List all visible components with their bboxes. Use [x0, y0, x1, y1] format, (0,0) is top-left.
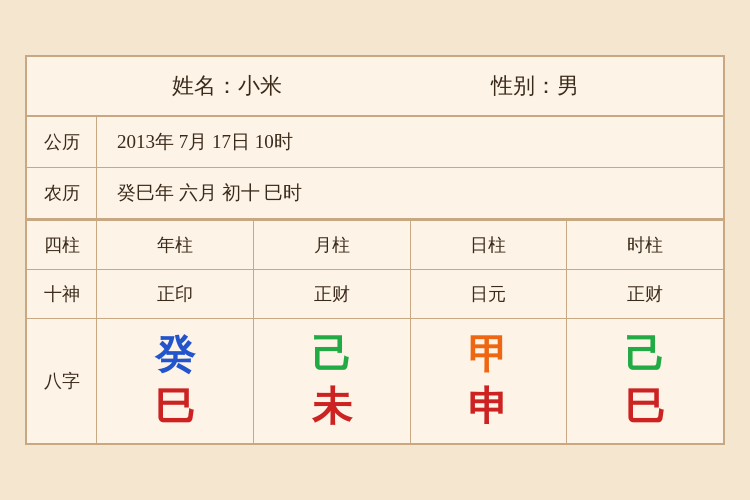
shishen-row: 十神 正印 正财 日元 正财	[27, 270, 723, 319]
bazi-chars: 癸 巳	[155, 331, 195, 431]
shishen-shizhu: 正财	[567, 270, 723, 318]
bazi-label: 八字	[27, 319, 97, 443]
nong-li-label: 农历	[27, 168, 97, 218]
bazi-yuezhu: 己 未	[254, 319, 411, 443]
nong-li-value: 癸巳年 六月 初十 巳时	[97, 168, 723, 218]
bazi-chars: 己 未	[312, 331, 352, 431]
bazi-bottom-char: 未	[312, 383, 352, 431]
bazi-top-char: 己	[625, 331, 665, 379]
bazi-rizhu: 甲 申	[411, 319, 568, 443]
bazi-top-char: 己	[312, 331, 352, 379]
gender-label: 性别：男	[491, 71, 579, 101]
bazi-bottom-char: 巳	[155, 383, 195, 431]
shizhu-label: 时柱	[567, 221, 723, 269]
main-container: 姓名：小米 性别：男 公历 2013年 7月 17日 10时 农历 癸巳年 六月…	[25, 55, 725, 445]
sizhu-row: 四柱 年柱 月柱 日柱 时柱	[27, 221, 723, 270]
bazi-nianzhu: 癸 巳	[97, 319, 254, 443]
bazi-shizhu: 己 巳	[567, 319, 723, 443]
table-section: 四柱 年柱 月柱 日柱 时柱 十神 正印 正财 日元 正财 八字 癸 巳 己 未	[27, 219, 723, 443]
bazi-top-char: 甲	[468, 331, 508, 379]
nianzhu-label: 年柱	[97, 221, 254, 269]
name-label: 姓名：小米	[172, 71, 282, 101]
bazi-bottom-char: 巳	[625, 383, 665, 431]
sizhu-label: 四柱	[27, 221, 97, 269]
gong-li-label: 公历	[27, 117, 97, 167]
gong-li-row: 公历 2013年 7月 17日 10时	[27, 117, 723, 168]
bazi-bottom-char: 申	[468, 383, 508, 431]
gong-li-value: 2013年 7月 17日 10时	[97, 117, 723, 167]
bazi-top-char: 癸	[155, 331, 195, 379]
bazi-chars: 己 巳	[625, 331, 665, 431]
shishen-nianzhu: 正印	[97, 270, 254, 318]
shishen-yuezhu: 正财	[254, 270, 411, 318]
yuezhu-label: 月柱	[254, 221, 411, 269]
shishen-rizhu: 日元	[411, 270, 568, 318]
nong-li-row: 农历 癸巳年 六月 初十 巳时	[27, 168, 723, 219]
shishen-label: 十神	[27, 270, 97, 318]
bazi-chars: 甲 申	[468, 331, 508, 431]
rizhu-label: 日柱	[411, 221, 568, 269]
bazi-row: 八字 癸 巳 己 未 甲 申 己 巳	[27, 319, 723, 443]
header-row: 姓名：小米 性别：男	[27, 57, 723, 117]
